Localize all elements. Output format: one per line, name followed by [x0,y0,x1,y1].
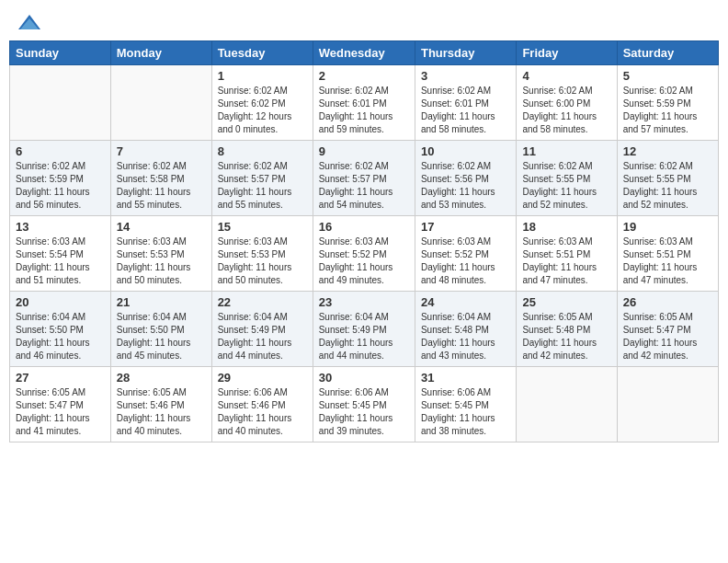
day-number: 4 [522,69,610,83]
calendar-cell: 12Sunrise: 6:02 AM Sunset: 5:55 PM Dayli… [617,141,718,216]
day-info: Sunrise: 6:02 AM Sunset: 5:55 PM Dayligh… [522,160,610,212]
weekday-header-saturday: Saturday [617,41,718,65]
logo-icon [17,13,42,31]
calendar-cell: 10Sunrise: 6:02 AM Sunset: 5:56 PM Dayli… [415,141,516,216]
day-info: Sunrise: 6:02 AM Sunset: 6:00 PM Dayligh… [522,85,610,136]
day-number: 15 [218,220,307,234]
day-info: Sunrise: 6:05 AM Sunset: 5:47 PM Dayligh… [16,386,105,438]
day-number: 24 [421,295,510,309]
day-number: 20 [16,295,105,309]
calendar-cell: 1Sunrise: 6:02 AM Sunset: 6:02 PM Daylig… [211,65,313,141]
day-info: Sunrise: 6:03 AM Sunset: 5:52 PM Dayligh… [319,236,409,287]
weekday-header-wednesday: Wednesday [313,41,415,65]
logo [17,13,46,31]
day-number: 12 [623,144,712,158]
calendar-cell: 8Sunrise: 6:02 AM Sunset: 5:57 PM Daylig… [211,141,313,216]
day-info: Sunrise: 6:02 AM Sunset: 6:01 PM Dayligh… [319,85,409,136]
calendar-cell: 16Sunrise: 6:03 AM Sunset: 5:52 PM Dayli… [313,216,415,292]
calendar-cell: 21Sunrise: 6:04 AM Sunset: 5:50 PM Dayli… [110,292,211,367]
day-number: 2 [319,69,409,83]
calendar-cell: 18Sunrise: 6:03 AM Sunset: 5:51 PM Dayli… [517,216,617,292]
calendar-table: SundayMondayTuesdayWednesdayThursdayFrid… [9,40,719,442]
day-number: 29 [218,371,307,385]
calendar-week-row: 6Sunrise: 6:02 AM Sunset: 5:59 PM Daylig… [10,141,719,216]
day-number: 22 [218,295,307,309]
weekday-header-tuesday: Tuesday [211,41,313,65]
day-number: 3 [421,69,510,83]
calendar-cell: 20Sunrise: 6:04 AM Sunset: 5:50 PM Dayli… [10,292,111,367]
day-number: 16 [319,220,409,234]
day-info: Sunrise: 6:04 AM Sunset: 5:49 PM Dayligh… [218,311,307,362]
day-number: 11 [522,144,610,158]
day-number: 13 [16,220,105,234]
day-info: Sunrise: 6:06 AM Sunset: 5:45 PM Dayligh… [421,386,510,438]
calendar-week-row: 20Sunrise: 6:04 AM Sunset: 5:50 PM Dayli… [10,292,719,367]
weekday-header-sunday: Sunday [10,41,111,65]
calendar-cell: 24Sunrise: 6:04 AM Sunset: 5:48 PM Dayli… [415,292,516,367]
calendar-week-row: 13Sunrise: 6:03 AM Sunset: 5:54 PM Dayli… [10,216,719,292]
calendar-cell: 22Sunrise: 6:04 AM Sunset: 5:49 PM Dayli… [211,292,313,367]
day-info: Sunrise: 6:02 AM Sunset: 5:57 PM Dayligh… [319,160,409,212]
day-info: Sunrise: 6:02 AM Sunset: 5:57 PM Dayligh… [218,160,307,212]
day-number: 7 [117,144,206,158]
day-number: 14 [117,220,206,234]
day-info: Sunrise: 6:02 AM Sunset: 6:02 PM Dayligh… [218,85,307,136]
calendar-cell: 15Sunrise: 6:03 AM Sunset: 5:53 PM Dayli… [211,216,313,292]
calendar-cell: 29Sunrise: 6:06 AM Sunset: 5:46 PM Dayli… [211,367,313,442]
calendar-cell [617,367,718,442]
day-info: Sunrise: 6:06 AM Sunset: 5:45 PM Dayligh… [319,386,409,438]
calendar-cell: 14Sunrise: 6:03 AM Sunset: 5:53 PM Dayli… [110,216,211,292]
calendar-cell: 27Sunrise: 6:05 AM Sunset: 5:47 PM Dayli… [10,367,111,442]
calendar-cell: 4Sunrise: 6:02 AM Sunset: 6:00 PM Daylig… [517,65,617,141]
calendar-cell: 13Sunrise: 6:03 AM Sunset: 5:54 PM Dayli… [10,216,111,292]
day-number: 26 [623,295,712,309]
day-number: 30 [319,371,409,385]
calendar-cell: 19Sunrise: 6:03 AM Sunset: 5:51 PM Dayli… [617,216,718,292]
calendar-week-row: 27Sunrise: 6:05 AM Sunset: 5:47 PM Dayli… [10,367,719,442]
weekday-header-friday: Friday [517,41,617,65]
calendar-cell: 5Sunrise: 6:02 AM Sunset: 5:59 PM Daylig… [617,65,718,141]
day-number: 31 [421,371,510,385]
day-info: Sunrise: 6:03 AM Sunset: 5:52 PM Dayligh… [421,236,510,287]
weekday-header-monday: Monday [110,41,211,65]
calendar-cell: 26Sunrise: 6:05 AM Sunset: 5:47 PM Dayli… [617,292,718,367]
calendar-week-row: 1Sunrise: 6:02 AM Sunset: 6:02 PM Daylig… [10,65,719,141]
calendar-cell [517,367,617,442]
day-info: Sunrise: 6:03 AM Sunset: 5:53 PM Dayligh… [117,236,206,287]
weekday-header-thursday: Thursday [415,41,516,65]
day-number: 21 [117,295,206,309]
day-info: Sunrise: 6:03 AM Sunset: 5:51 PM Dayligh… [522,236,610,287]
calendar-cell: 7Sunrise: 6:02 AM Sunset: 5:58 PM Daylig… [110,141,211,216]
day-info: Sunrise: 6:02 AM Sunset: 5:55 PM Dayligh… [623,160,712,212]
day-number: 27 [16,371,105,385]
day-info: Sunrise: 6:03 AM Sunset: 5:53 PM Dayligh… [218,236,307,287]
weekday-header-row: SundayMondayTuesdayWednesdayThursdayFrid… [10,41,719,65]
day-number: 25 [522,295,610,309]
calendar-cell [110,65,211,141]
calendar-cell [10,65,111,141]
calendar-cell: 17Sunrise: 6:03 AM Sunset: 5:52 PM Dayli… [415,216,516,292]
day-number: 9 [319,144,409,158]
day-info: Sunrise: 6:03 AM Sunset: 5:51 PM Dayligh… [623,236,712,287]
day-info: Sunrise: 6:02 AM Sunset: 5:58 PM Dayligh… [117,160,206,212]
day-number: 28 [117,371,206,385]
calendar-cell: 3Sunrise: 6:02 AM Sunset: 6:01 PM Daylig… [415,65,516,141]
page-header [9,9,719,35]
day-info: Sunrise: 6:02 AM Sunset: 6:01 PM Dayligh… [421,85,510,136]
calendar-cell: 2Sunrise: 6:02 AM Sunset: 6:01 PM Daylig… [313,65,415,141]
day-info: Sunrise: 6:02 AM Sunset: 5:59 PM Dayligh… [623,85,712,136]
day-number: 1 [218,69,307,83]
day-number: 18 [522,220,610,234]
day-number: 6 [16,144,105,158]
day-info: Sunrise: 6:04 AM Sunset: 5:49 PM Dayligh… [319,311,409,362]
calendar-cell: 23Sunrise: 6:04 AM Sunset: 5:49 PM Dayli… [313,292,415,367]
day-number: 8 [218,144,307,158]
day-info: Sunrise: 6:02 AM Sunset: 5:56 PM Dayligh… [421,160,510,212]
day-info: Sunrise: 6:06 AM Sunset: 5:46 PM Dayligh… [218,386,307,438]
calendar-cell: 25Sunrise: 6:05 AM Sunset: 5:48 PM Dayli… [517,292,617,367]
calendar-cell: 6Sunrise: 6:02 AM Sunset: 5:59 PM Daylig… [10,141,111,216]
day-info: Sunrise: 6:05 AM Sunset: 5:47 PM Dayligh… [623,311,712,362]
day-number: 10 [421,144,510,158]
day-info: Sunrise: 6:02 AM Sunset: 5:59 PM Dayligh… [16,160,105,212]
day-info: Sunrise: 6:04 AM Sunset: 5:50 PM Dayligh… [117,311,206,362]
